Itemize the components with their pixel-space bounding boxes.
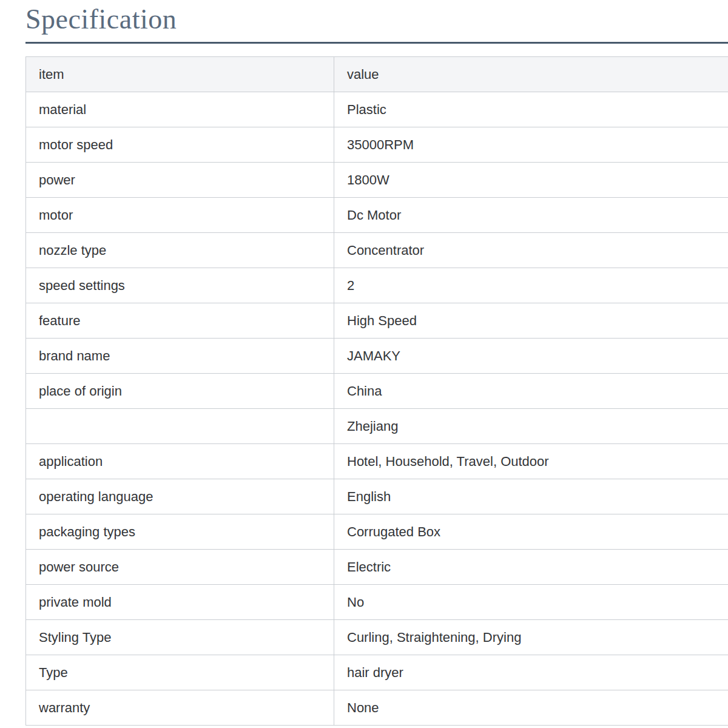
item-cell: feature: [26, 303, 334, 339]
value-cell: Corrugated Box: [334, 514, 728, 550]
item-cell: nozzle type: [26, 233, 334, 268]
table-row: packaging typesCorrugated Box: [26, 514, 728, 550]
table-row: speed settings2: [26, 268, 728, 303]
item-cell: motor: [26, 198, 334, 233]
table-row: Zhejiang: [26, 409, 728, 444]
item-cell: place of origin: [26, 374, 334, 409]
value-cell: Curling, Straightening, Drying: [334, 620, 728, 655]
table-body: materialPlasticmotor speed35000RPMpower1…: [26, 92, 728, 726]
table-row: motor speed35000RPM: [26, 127, 728, 163]
value-cell: No: [334, 585, 728, 620]
value-cell: JAMAKY: [334, 339, 728, 374]
item-cell: speed settings: [26, 268, 334, 303]
table-row: warrantyNone: [26, 690, 728, 726]
item-cell: power source: [26, 550, 334, 585]
item-cell: material: [26, 92, 334, 127]
specification-table: item value materialPlasticmotor speed350…: [25, 56, 728, 726]
title-divider: [25, 42, 728, 44]
table-header: item value: [26, 57, 728, 92]
value-cell: Hotel, Household, Travel, Outdoor: [334, 444, 728, 479]
item-cell: brand name: [26, 339, 334, 374]
value-cell: None: [334, 690, 728, 726]
column-header-value: value: [334, 57, 728, 92]
item-cell: operating language: [26, 479, 334, 514]
table-row: applicationHotel, Household, Travel, Out…: [26, 444, 728, 479]
item-cell: motor speed: [26, 127, 334, 163]
table-row: featureHigh Speed: [26, 303, 728, 339]
header-row: item value: [26, 57, 728, 92]
value-cell: English: [334, 479, 728, 514]
value-cell: hair dryer: [334, 655, 728, 690]
item-cell: private mold: [26, 585, 334, 620]
item-cell: application: [26, 444, 334, 479]
table-row: power1800W: [26, 163, 728, 198]
value-cell: Concentrator: [334, 233, 728, 268]
table-row: brand nameJAMAKY: [26, 339, 728, 374]
page-title: Specification: [25, 4, 728, 35]
value-cell: High Speed: [334, 303, 728, 339]
item-cell: packaging types: [26, 514, 334, 550]
table-row: Styling TypeCurling, Straightening, Dryi…: [26, 620, 728, 655]
value-cell: 1800W: [334, 163, 728, 198]
table-row: power sourceElectric: [26, 550, 728, 585]
table-row: motorDc Motor: [26, 198, 728, 233]
table-row: Typehair dryer: [26, 655, 728, 690]
value-cell: Zhejiang: [334, 409, 728, 444]
value-cell: Dc Motor: [334, 198, 728, 233]
column-header-item: item: [26, 57, 334, 92]
table-row: private moldNo: [26, 585, 728, 620]
value-cell: Electric: [334, 550, 728, 585]
value-cell: China: [334, 374, 728, 409]
value-cell: Plastic: [334, 92, 728, 127]
item-cell: Styling Type: [26, 620, 334, 655]
item-cell: warranty: [26, 690, 334, 726]
value-cell: 2: [334, 268, 728, 303]
specification-section: Specification item value materialPlastic…: [0, 0, 728, 726]
table-row: materialPlastic: [26, 92, 728, 127]
table-row: operating languageEnglish: [26, 479, 728, 514]
table-row: nozzle typeConcentrator: [26, 233, 728, 268]
item-cell: power: [26, 163, 334, 198]
value-cell: 35000RPM: [334, 127, 728, 163]
table-row: place of originChina: [26, 374, 728, 409]
item-cell: Type: [26, 655, 334, 690]
item-cell: [26, 409, 334, 444]
